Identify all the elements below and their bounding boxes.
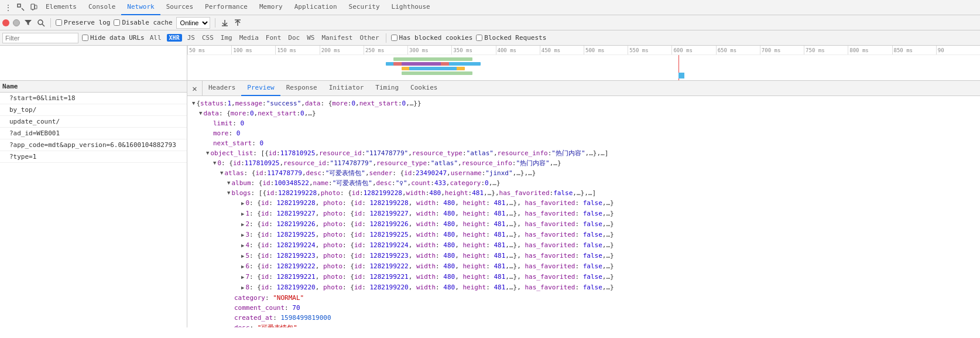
throttle-select[interactable]: Online	[176, 17, 210, 29]
json-expand-18[interactable]	[241, 285, 244, 291]
json-expand-9[interactable]	[227, 188, 230, 198]
ruler-tick-17: 90	[936, 46, 980, 54]
record-button[interactable]	[2, 19, 9, 26]
filter-input[interactable]	[2, 33, 78, 43]
json-expand-12[interactable]	[241, 221, 244, 227]
tab-sources[interactable]: Sources	[160, 0, 199, 15]
toolbar-divider-2	[215, 18, 215, 28]
detail-tab-headers[interactable]: Headers	[203, 81, 241, 96]
waterfall-bar-2	[393, 57, 472, 61]
request-item-2[interactable]: update_count/	[0, 116, 187, 128]
request-item-1[interactable]: by_top/	[0, 104, 187, 116]
devtools-menu-icon[interactable]: ⋮	[2, 2, 14, 13]
toolbar-divider-1	[50, 18, 51, 28]
filter-icon[interactable]	[23, 18, 33, 28]
type-manifest[interactable]: Manifest	[320, 33, 354, 42]
tab-security[interactable]: Security	[343, 0, 386, 15]
type-img[interactable]: Img	[219, 33, 234, 42]
ruler-tick-3: 200 ms	[320, 46, 364, 54]
search-icon[interactable]	[36, 18, 46, 28]
ruler-tick-16: 850 ms	[892, 46, 936, 54]
type-xhr[interactable]: XHR	[167, 34, 182, 42]
json-row-18: 8: {id: 1282199220, photo: {id: 12821992…	[241, 282, 975, 293]
json-expand-16[interactable]	[241, 264, 244, 269]
tab-elements[interactable]: Elements	[40, 0, 83, 15]
json-viewer[interactable]: {status: 1, message: "success", data: {m…	[187, 96, 980, 327]
type-font[interactable]: Font	[264, 33, 283, 42]
close-detail-button[interactable]: ✕	[187, 81, 203, 96]
devtools-inspect-icon[interactable]	[15, 2, 27, 13]
detail-tab-initiator[interactable]: Initiator	[323, 81, 370, 96]
type-js[interactable]: JS	[186, 33, 197, 42]
json-row-11: 1: {id: 1282199227, photo: {id: 12821992…	[241, 209, 975, 219]
json-row-3: more: 0	[213, 128, 975, 138]
toolbar: Preserve log Disable cache Online	[0, 15, 980, 30]
tab-memory[interactable]: Memory	[253, 0, 289, 15]
timeline-right: 50 ms 100 ms 150 ms 200 ms 250 ms 300 ms…	[187, 46, 980, 80]
json-expand-10[interactable]	[241, 200, 244, 206]
detail-tab-preview[interactable]: Preview	[241, 81, 280, 96]
timeline-container: 50 ms 100 ms 150 ms 200 ms 250 ms 300 ms…	[0, 46, 980, 81]
disable-cache-checkbox[interactable]: Disable cache	[114, 19, 172, 26]
ruler-tick-5: 300 ms	[407, 46, 451, 54]
request-item-0[interactable]: ?start=0&limit=18	[0, 93, 187, 104]
json-expand-5[interactable]	[206, 148, 209, 158]
blocked-requests-checkbox[interactable]: Blocked Requests	[476, 34, 546, 42]
tab-network[interactable]: Network	[121, 0, 160, 15]
ruler-tick-15: 800 ms	[848, 46, 892, 54]
json-expand-14[interactable]	[241, 243, 244, 248]
ruler-tick-11: 600 ms	[671, 46, 715, 54]
requests-panel: Name ?start=0&limit=18 by_top/ update_co…	[0, 81, 187, 327]
ruler-tick-0: 50 ms	[187, 46, 231, 54]
json-row-14: 4: {id: 1282199224, photo: {id: 12821992…	[241, 240, 975, 251]
detail-tab-timing[interactable]: Timing	[369, 81, 405, 96]
waterfall-bar-8	[402, 71, 473, 75]
tab-application[interactable]: Application	[289, 0, 343, 15]
has-blocked-cookies-checkbox[interactable]: Has blocked cookies	[391, 34, 473, 42]
json-expand-7[interactable]	[220, 168, 223, 178]
hide-data-urls-checkbox[interactable]: Hide data URLs	[82, 34, 145, 42]
ruler-tick-7: 400 ms	[496, 46, 540, 54]
type-all[interactable]: All	[148, 33, 163, 42]
json-row-6: 0: {id: 117810925, resource_id: "1174787…	[213, 158, 975, 168]
preserve-log-checkbox[interactable]: Preserve log	[56, 19, 110, 26]
filter-divider	[386, 33, 386, 43]
svg-line-5	[42, 24, 44, 26]
import-icon[interactable]	[220, 18, 229, 28]
json-expand-1[interactable]	[199, 108, 202, 118]
json-expand-17[interactable]	[241, 274, 244, 280]
json-row-10: 0: {id: 1282199228, photo: {id: 12821992…	[241, 198, 975, 209]
request-item-4[interactable]: ?app_code=mdt&app_version=6.0&1600104882…	[0, 139, 187, 151]
json-row-5: object_list: [{id: 117810925, resource_i…	[206, 148, 975, 158]
type-ws[interactable]: WS	[305, 33, 316, 42]
export-icon[interactable]	[233, 18, 242, 28]
json-expand-15[interactable]	[241, 253, 244, 259]
tab-console[interactable]: Console	[83, 0, 121, 15]
json-expand-6[interactable]	[213, 158, 216, 168]
json-row-4: next_start: 0	[213, 138, 975, 148]
json-expand-8[interactable]	[227, 178, 230, 188]
ruler-tick-6: 350 ms	[451, 46, 495, 54]
request-item-3[interactable]: ?ad_id=WEB001	[0, 128, 187, 139]
json-expand-0[interactable]	[192, 98, 195, 108]
details-tabs: ✕ Headers Preview Response Initiator Tim…	[187, 81, 980, 96]
type-other[interactable]: Other	[358, 33, 381, 42]
type-css[interactable]: CSS	[200, 33, 215, 42]
type-media[interactable]: Media	[238, 33, 261, 42]
json-expand-13[interactable]	[241, 232, 244, 238]
json-row-0: {status: 1, message: "success", data: {m…	[192, 98, 975, 108]
ruler-tick-4: 250 ms	[364, 46, 407, 54]
detail-tab-cookies[interactable]: Cookies	[405, 81, 443, 96]
timeline-dot	[679, 73, 684, 78]
clear-button[interactable]	[13, 19, 20, 26]
detail-tab-response[interactable]: Response	[280, 81, 323, 96]
tab-performance[interactable]: Performance	[199, 0, 253, 15]
json-expand-11[interactable]	[241, 211, 244, 217]
waterfall-area	[187, 55, 980, 80]
tab-lighthouse[interactable]: Lighthouse	[386, 0, 436, 15]
json-row-7: atlas: {id: 117478779, desc: "可爱表情包", se…	[220, 168, 975, 178]
request-item-5[interactable]: ?type=1	[0, 151, 187, 163]
svg-rect-1	[31, 4, 35, 9]
devtools-device-icon[interactable]	[28, 2, 40, 13]
type-doc[interactable]: Doc	[286, 33, 301, 42]
